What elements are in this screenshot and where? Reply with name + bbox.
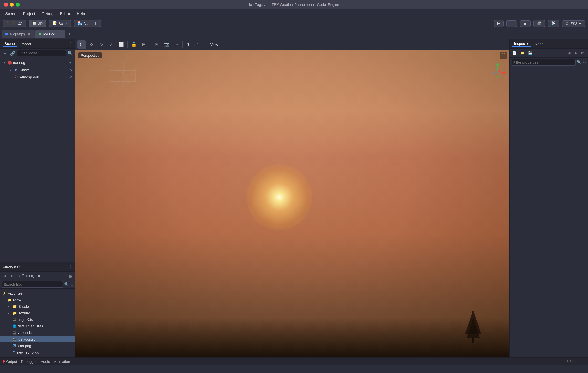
debugger-tab[interactable]: Debugger [21,359,37,363]
rotate-tool[interactable]: ↺ [97,40,106,49]
visibility-icon-snow[interactable]: 👁 [69,68,73,72]
fs-texture-folder[interactable]: ▸ 📁 Texture [0,310,75,316]
filter-nodes-input[interactable] [17,50,66,56]
inspector-history-button[interactable]: ⟳ [579,50,585,56]
tree-item-icefog[interactable]: ▾ Ice Fog 👁 [0,59,75,66]
menu-editor[interactable]: Editor [57,10,73,17]
fs-filter-button[interactable]: ⊞ [70,282,73,286]
audio-tab[interactable]: Audio [41,359,50,363]
left-panel: Scene Import ⋮ + 🔗 🔍 ▾ Ice Fog 👁 [0,39,75,357]
fs-search-input[interactable] [2,281,63,288]
output-label: Output [6,359,17,363]
fs-layout-button[interactable]: ▦ [67,273,73,279]
filter-props-search-icon[interactable]: 🔍 [577,60,581,64]
visibility-icon-atmos[interactable]: 👁 [69,75,73,79]
scale-tool[interactable]: ⤢ [107,40,116,49]
transform-options[interactable]: ⋯ [172,40,180,49]
menu-help[interactable]: Help [74,10,87,17]
select-rect-tool[interactable]: ⬜ [117,40,125,49]
inspector-more-button[interactable]: ⋮ [535,49,542,57]
output-tab[interactable]: Output [3,359,17,363]
inspector-menu-button[interactable]: ⋮ [581,41,585,46]
title-bar: Ice Fog.tscn - FBX Weather Phenomena - G… [0,0,588,9]
script-button[interactable]: 📝 Script [49,20,71,27]
link-node-button[interactable]: 🔗 [9,50,16,57]
minimize-button[interactable] [10,3,14,7]
filter-search-button[interactable]: 🔍 [67,50,74,57]
view-text[interactable]: View [208,41,220,47]
add-tab-button[interactable]: + [66,30,73,38]
fs-forward-button[interactable]: ▶ [9,273,15,279]
fs-menu-button[interactable]: ⋮ [68,264,73,269]
lock-tool[interactable]: 🔒 [130,40,138,49]
renderer-button[interactable]: GLES3 ▼ [562,20,585,27]
fs-path-bar: ◀ ▶ res://Ice Fog.tscn ▦ [0,272,75,280]
fs-favorites[interactable]: ★ Favorites: [0,290,75,297]
menu-project[interactable]: Project [20,10,38,17]
inspector-forward-button[interactable]: ▶ [573,50,579,56]
filesystem-panel: FileSystem ⋮ ◀ ▶ res://Ice Fog.tscn ▦ 🔍 … [0,262,75,357]
add-node-button[interactable]: + [1,50,9,57]
inspector-tab[interactable]: Inspector [512,41,531,47]
inspector-file-button[interactable]: 📄 [511,49,518,57]
play-button[interactable]: ▶ [494,20,504,27]
2d-button[interactable]: ⬛ ⬛ 2D [3,20,26,27]
tree-item-atmospheric[interactable]: ▸ 🌫 Atmospheric ⚠ 👁 [0,73,75,81]
menu-debug[interactable]: Debug [39,10,56,17]
movie-button[interactable]: 🎬 [533,20,545,27]
pause-button[interactable]: ⏸ [506,20,517,27]
scene-tree: ▾ Ice Fog 👁 ▸ ❄ Snow 👁 [0,58,75,262]
axis-gizmo [490,63,506,79]
filter-props-settings-icon[interactable]: ⚙ [583,60,586,64]
fs-shader-folder[interactable]: ▸ 📁 Shader [0,303,75,310]
move-tool[interactable]: ✛ [87,40,96,49]
assetlib-button[interactable]: 🏪 AssetLib [74,20,101,27]
select-tool[interactable]: ⬡ [77,40,86,49]
remote-button[interactable]: 📡 [547,20,559,27]
filter-properties-input[interactable] [512,59,576,65]
fs-icefog-tscn[interactable]: ▸ 🎬 Ice Fog.tscn [0,336,75,342]
viewport-canvas[interactable]: Perspective ⛶ [75,50,509,357]
animation-tab[interactable]: Animation [54,359,70,363]
fs-res-root[interactable]: ▾ 📁 res:// [0,297,75,303]
fs-back-button[interactable]: ◀ [2,273,8,279]
align-tool[interactable]: ⊟ [152,40,161,49]
tab-anglex-close[interactable]: ✕ [27,32,32,36]
folder-icon-texture: 📁 [12,311,17,315]
tree-item-snow[interactable]: ▸ ❄ Snow 👁 [0,66,75,73]
tab-icefog-close[interactable]: ✕ [57,32,62,36]
fs-label-anglex: angleX.tscn [18,318,37,321]
viewport-maximize-button[interactable]: ⛶ [500,52,507,59]
fs-label-icon: icon.png [17,344,31,348]
tab-icefog[interactable]: Ice Fog ✕ [35,30,65,38]
inspector-back-button[interactable]: ◀ [566,50,572,56]
fs-default-env[interactable]: ▸ 🌐 default_env.tres [0,323,75,329]
fs-header: FileSystem ⋮ [0,262,75,272]
tree-silhouette [463,308,483,351]
fs-anglex-tscn[interactable]: ▸ 🎬 angleX.tscn [0,316,75,323]
svg-line-15 [493,71,498,74]
maximize-button[interactable] [16,3,20,7]
group-tool[interactable]: ⊞ [139,40,148,49]
scene-tab[interactable]: Scene [3,41,17,47]
camera-tool[interactable]: 📷 [162,40,171,49]
close-button[interactable] [4,3,8,7]
main-toolbar: ⬛ ⬛ 2D 🔲 3D 📝 Script 🏪 AssetLib ▶ ⏸ ⏹ 🎬 … [0,18,588,29]
fs-ground-tscn[interactable]: ▸ 🎬 Ground.tscn [0,329,75,336]
3d-button[interactable]: 🔲 3D [29,20,46,27]
inspector-save-button[interactable]: 💾 [527,49,534,57]
import-tab[interactable]: Import [19,41,33,46]
stop-button[interactable]: ⏹ [520,20,530,27]
fs-new-script[interactable]: ▸ ⚙ new_script.gd [0,349,75,356]
perspective-label[interactable]: Perspective [78,52,102,58]
tab-anglex[interactable]: angleX(*) ✕ [2,30,35,38]
inspector-folder-button[interactable]: 📁 [519,49,526,57]
folder-icon-shader: 📁 [12,304,17,309]
transform-text[interactable]: Transform [185,41,206,47]
fs-search-icon[interactable]: 🔍 [64,282,69,286]
visibility-icon-icefog[interactable]: 👁 [69,61,73,64]
node-tab[interactable]: Node [533,41,546,46]
scene-menu-button[interactable]: ⋮ [68,41,73,46]
fs-icon-png[interactable]: ▸ 🖼 icon.png [0,342,75,349]
menu-scene[interactable]: Scene [3,10,19,17]
